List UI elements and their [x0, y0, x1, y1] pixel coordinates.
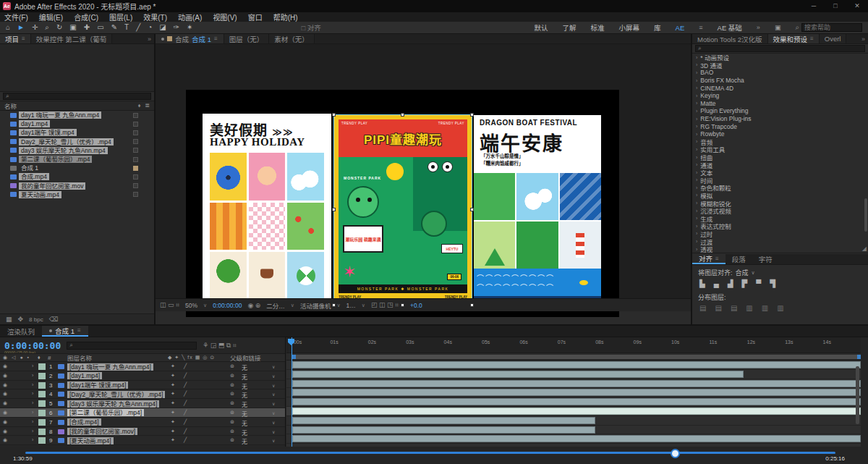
effects-search-input[interactable]: ⌕: [695, 45, 865, 52]
chevron-right-icon[interactable]: ›: [696, 224, 697, 229]
progress-knob[interactable]: [671, 449, 680, 458]
list-options-icon[interactable]: ≣: [145, 102, 150, 109]
resolution-dropdown[interactable]: 二分…: [266, 301, 285, 310]
distribute-button-icon[interactable]: ▥: [762, 304, 768, 312]
effects-group[interactable]: › Rowbyte: [692, 130, 868, 138]
close-button[interactable]: ✕: [846, 0, 868, 12]
layer-duration-bar[interactable]: [292, 398, 861, 405]
tab-overflow-icon[interactable]: »: [859, 34, 868, 43]
layer-row[interactable]: ◉ › 1 [day1 嗨玩一夏 九鱼Ann.mp4] ✦ ╱ ⊚ 无 ∨: [0, 362, 285, 371]
chevron-right-icon[interactable]: ›: [696, 193, 697, 198]
eye-icon[interactable]: ◉: [3, 410, 7, 416]
layer-row[interactable]: ◉ › 6 [第二课（葡萄乐园）.mp4] ✦ ╱ ⊚ 无 ∨: [0, 408, 285, 418]
eye-icon[interactable]: ◉: [3, 382, 7, 388]
chevron-right-icon[interactable]: ›: [32, 410, 33, 415]
view-layout-dropdown[interactable]: 1…: [346, 302, 356, 309]
parent-link-header[interactable]: 父级和链接: [230, 353, 261, 362]
effects-group[interactable]: › 过渡: [692, 237, 868, 245]
chevron-down-icon[interactable]: ∨: [272, 392, 275, 397]
tab-footage-viewer[interactable]: 素材（无）: [269, 34, 315, 43]
fx-switch-icon[interactable]: ╱: [184, 373, 187, 379]
layer-duration-bar[interactable]: [292, 389, 861, 396]
workspace-button[interactable]: 标准: [591, 22, 605, 33]
eye-icon[interactable]: ◉: [3, 437, 7, 443]
chevron-right-icon[interactable]: ›: [696, 139, 697, 144]
chevron-right-icon[interactable]: ›: [696, 101, 697, 106]
tab-paragraph[interactable]: 段落: [726, 254, 752, 264]
exposure-value[interactable]: +0.0: [410, 302, 422, 309]
layer-name[interactable]: [第二课（葡萄乐园）.mp4]: [67, 409, 144, 416]
chevron-right-icon[interactable]: ›: [696, 155, 697, 160]
label-color-chip[interactable]: [133, 122, 138, 127]
viewer-left-icons[interactable]: ◫ ▭ ⌗: [160, 301, 179, 309]
layer-duration-bar[interactable]: [292, 361, 861, 368]
chevron-down-icon[interactable]: ∨: [272, 438, 275, 443]
clone-stamp-tool-icon[interactable]: ◔: [148, 22, 152, 33]
layer-name[interactable]: [day1端午 馍馍.mp4]: [67, 381, 128, 389]
label-color-chip[interactable]: [38, 400, 46, 407]
parent-dropdown[interactable]: 无: [242, 391, 247, 399]
fx-switch-icon[interactable]: ╱: [184, 382, 187, 388]
selection-handle[interactable]: [332, 303, 336, 307]
panel-menu-icon[interactable]: ≡: [214, 35, 218, 42]
project-item-row[interactable]: 我的童年回忆阅鉴.mov: [0, 182, 154, 190]
selection-handle[interactable]: [470, 208, 474, 211]
align-button-icon[interactable]: ▜: [770, 279, 775, 287]
effects-group[interactable]: › 杂色和颗粒: [692, 184, 868, 192]
selection-handle[interactable]: [401, 303, 404, 307]
timeline-search-input[interactable]: ⌕: [67, 342, 197, 350]
chevron-right-icon[interactable]: ›: [696, 208, 697, 214]
interpret-footage-icon[interactable]: ▦: [6, 316, 12, 323]
quality-switch-icon[interactable]: ✦: [171, 400, 175, 406]
chevron-right-icon[interactable]: ›: [696, 185, 697, 190]
zoom-tool-icon[interactable]: ⌕: [45, 22, 49, 33]
distribute-button-icon[interactable]: ▤: [715, 304, 721, 312]
layer-name[interactable]: [夏天动画.mp4]: [67, 437, 114, 444]
chevron-right-icon[interactable]: ›: [32, 363, 33, 368]
parent-pickwhip-icon[interactable]: ⊚: [230, 373, 234, 379]
quality-switch-icon[interactable]: ✦: [171, 363, 175, 369]
label-color-chip[interactable]: [133, 148, 138, 153]
effects-group[interactable]: › RG Trapcode: [692, 122, 868, 130]
eye-icon[interactable]: ◉: [3, 400, 7, 406]
chevron-right-icon[interactable]: ›: [696, 170, 697, 175]
effects-group[interactable]: › 过时: [692, 230, 868, 238]
chevron-right-icon[interactable]: ›: [696, 132, 697, 137]
layer-row[interactable]: ◉ › 4 [Day2_摩天轮_雪儿（优秀）.mp4] ✦ ╱ ⊚ 无 ∨: [0, 389, 285, 399]
label-color-chip[interactable]: [133, 157, 138, 162]
parent-pickwhip-icon[interactable]: ⊚: [230, 400, 234, 406]
quality-switch-icon[interactable]: ✦: [171, 391, 175, 397]
menu-item[interactable]: 文件(F): [4, 12, 28, 22]
chevron-down-icon[interactable]: ∨: [272, 364, 275, 369]
name-column-header[interactable]: 名称: [4, 101, 17, 110]
home-icon[interactable]: ⌂: [6, 22, 10, 33]
fx-switch-icon[interactable]: ╱: [184, 410, 187, 416]
panel-menu-icon[interactable]: ≡: [810, 35, 814, 42]
layer-row[interactable]: ◉ › 8 [我的童年回忆阅鉴.mov] ✦ ╱ ⊚ 无 ∨: [0, 427, 285, 436]
effects-group[interactable]: › CINEMA 4D: [692, 84, 868, 92]
viewer-right-icons[interactable]: ◰ ◫ ◳ ⌗ ◔: [371, 301, 404, 309]
fx-switch-icon[interactable]: ╱: [184, 429, 187, 434]
project-item-row[interactable]: day1.mp4: [0, 119, 154, 128]
layer-name-header[interactable]: 图层名称: [67, 353, 92, 362]
pan-behind-tool-icon[interactable]: ✚: [84, 22, 90, 33]
selection-handle[interactable]: [332, 208, 336, 211]
parent-pickwhip-icon[interactable]: ⊚: [230, 410, 234, 416]
rotate-tool-icon[interactable]: ↻: [56, 22, 62, 33]
label-color-chip[interactable]: [38, 373, 46, 379]
layer-row[interactable]: ◉ › 7 [合成.mp4] ✦ ╱ ⊚ 无 ∨: [0, 418, 285, 427]
align-button-icon[interactable]: ▛: [742, 279, 748, 287]
active-camera-dropdown[interactable]: 活动摄像机: [300, 301, 331, 310]
parent-dropdown[interactable]: 无: [242, 382, 247, 390]
layer-duration-bar[interactable]: [292, 417, 595, 424]
menu-item[interactable]: 合成(C): [74, 12, 98, 22]
eye-icon[interactable]: ◉: [3, 373, 7, 379]
poster-dragon-boat[interactable]: DRAGON BOAT FESTIVAL 端午安康 「万水千山粽是情」 「糯米肉…: [474, 115, 601, 305]
layer-duration-bar[interactable]: [292, 408, 861, 415]
chevron-right-icon[interactable]: ›: [696, 147, 697, 152]
selection-handle[interactable]: [470, 303, 474, 307]
tab-overflow-icon[interactable]: »: [145, 34, 154, 43]
timeline-toggle-icons[interactable]: ⚘ ◲ ⬒ ⧉ ⌗: [203, 342, 237, 350]
quality-switch-icon[interactable]: ✦: [171, 410, 175, 416]
effects-group[interactable]: › 3D 通道: [692, 62, 868, 69]
